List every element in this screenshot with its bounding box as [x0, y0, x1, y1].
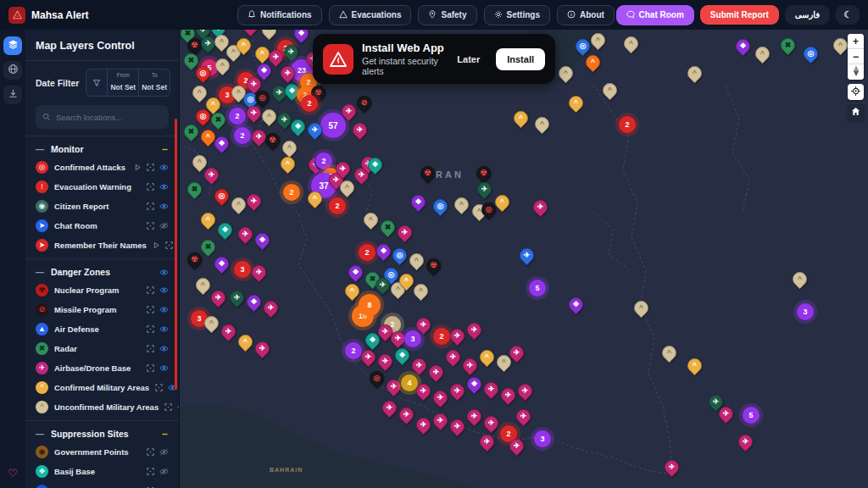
map-cluster-marker[interactable]: 3 — [234, 261, 251, 278]
search-box — [36, 105, 169, 129]
play-icon[interactable] — [134, 164, 142, 171]
attack-icon: ◎ — [197, 67, 209, 80]
date-from[interactable]: From Not Set — [108, 69, 138, 96]
panel-scrollbar[interactable] — [175, 119, 177, 390]
eye-visible-icon[interactable] — [159, 364, 169, 372]
heart-icon[interactable]: ♡ — [8, 467, 18, 480]
focus-icon[interactable] — [147, 345, 154, 352]
focus-icon[interactable] — [147, 448, 154, 456]
eye-visible-icon[interactable] — [159, 325, 169, 333]
layer-item[interactable]: ▲Air Defense — [25, 319, 179, 339]
map-cluster-marker[interactable]: 3 — [404, 330, 421, 347]
eye-visible-icon[interactable] — [177, 403, 180, 411]
military-plane-icon: ✈ — [709, 396, 722, 408]
download-tool-button[interactable] — [3, 86, 22, 104]
eye-hidden-icon[interactable] — [159, 468, 169, 475]
focus-icon[interactable] — [155, 384, 163, 391]
focus-icon[interactable] — [164, 403, 172, 411]
focus-icon[interactable] — [147, 364, 154, 372]
layer-item[interactable]: ✖Radar — [25, 339, 179, 358]
map-cluster-marker[interactable]: 2 — [315, 152, 332, 169]
date-filter-control[interactable]: From Not Set To Not Set — [86, 69, 170, 97]
collapse-icon[interactable] — [161, 146, 169, 153]
layer-label: Air Defense — [54, 324, 141, 334]
theme-toggle-button[interactable]: ☾ — [836, 5, 860, 25]
layer-item[interactable]: ^Unconfirmed Military Areas — [25, 397, 179, 417]
nav-evacuations[interactable]: Evacuations — [329, 5, 412, 25]
layer-item[interactable]: ❖Basij Base — [25, 462, 179, 481]
map-cluster-marker[interactable]: 2 — [234, 127, 251, 144]
layer-item[interactable]: ◎Confirmed Attacks — [25, 158, 179, 177]
map-cluster-marker[interactable]: 3 — [534, 430, 551, 447]
eye-visible-icon[interactable] — [159, 164, 169, 171]
chat-room-button[interactable]: Chat Room — [616, 5, 694, 25]
layer-item[interactable]: ➤Chat Room — [25, 216, 179, 236]
map-cluster-marker[interactable]: 2 — [359, 244, 376, 261]
date-to[interactable]: To Not Set — [139, 69, 170, 96]
eye-visible-icon[interactable] — [159, 183, 169, 191]
zoom-in-button[interactable]: + — [848, 34, 864, 49]
focus-icon[interactable] — [147, 183, 154, 191]
later-button[interactable]: Later — [457, 54, 480, 64]
eye-visible-icon[interactable] — [159, 269, 169, 276]
eye-visible-icon[interactable] — [159, 286, 169, 294]
map-cluster-marker[interactable]: 2 — [301, 95, 318, 112]
layer-item[interactable]: ◉Government Points — [25, 442, 179, 462]
section-header[interactable]: —Monitor — [25, 141, 179, 158]
nav-settings[interactable]: Settings — [484, 5, 550, 25]
eye-hidden-icon[interactable] — [159, 222, 169, 230]
layer-item[interactable]: ^Confirmed Military Areas — [25, 378, 179, 397]
collapse-icon[interactable]: — — [36, 430, 44, 439]
map-cluster-marker[interactable]: 5 — [743, 407, 760, 424]
nav-about[interactable]: About — [557, 5, 615, 25]
focus-icon[interactable] — [165, 241, 173, 249]
map-cluster-marker[interactable]: 2 — [283, 184, 300, 201]
eye-visible-icon[interactable] — [159, 202, 169, 210]
layer-item[interactable]: !Evacuation Warning — [25, 177, 179, 197]
section-header[interactable]: —Danger Zones — [25, 263, 179, 280]
map-cluster-marker[interactable]: 2 — [345, 342, 362, 359]
map-cluster-marker[interactable]: 2 — [433, 328, 450, 345]
nav-safety[interactable]: Safety — [418, 5, 476, 25]
collapse-icon[interactable]: — — [36, 145, 44, 154]
nav-notifications[interactable]: Notifications — [237, 5, 322, 25]
compass-button[interactable] — [848, 64, 864, 80]
map-cluster-marker[interactable]: 3 — [797, 303, 814, 320]
zoom-out-button[interactable]: − — [848, 49, 864, 64]
focus-icon[interactable] — [147, 306, 154, 313]
layer-item[interactable]: ◉Citizen Report — [25, 197, 179, 216]
focus-icon[interactable] — [147, 468, 154, 475]
layer-item[interactable]: ➤Remember Their Names — [25, 236, 179, 255]
layer-item[interactable]: ⊘Missile Program — [25, 300, 179, 319]
submit-report-button[interactable]: Submit Report — [700, 5, 779, 25]
language-toggle-button[interactable]: فارسی — [785, 5, 830, 25]
focus-icon[interactable] — [147, 202, 154, 210]
eye-hidden-icon[interactable] — [178, 241, 180, 249]
eye-visible-icon[interactable] — [159, 306, 169, 313]
map-cluster-marker[interactable]: 2 — [619, 116, 636, 133]
layer-item[interactable]: ◎Intelligence — [25, 481, 179, 488]
collapse-icon[interactable]: — — [36, 268, 44, 277]
map-cluster-marker[interactable]: 2 — [229, 108, 246, 125]
install-button[interactable]: Install — [496, 48, 545, 70]
eye-visible-icon[interactable] — [159, 345, 169, 352]
play-icon[interactable] — [153, 241, 160, 249]
focus-icon[interactable] — [147, 325, 154, 333]
focus-icon[interactable] — [147, 222, 154, 230]
airbase-plane-icon: ✈ — [481, 435, 493, 448]
map-cluster-marker[interactable]: 5 — [529, 280, 546, 297]
eye-hidden-icon[interactable] — [159, 448, 169, 456]
layers-tool-button[interactable] — [3, 36, 22, 55]
globe-tool-button[interactable] — [3, 61, 22, 80]
map-cluster-marker[interactable]: 8 — [359, 294, 381, 316]
focus-icon[interactable] — [147, 164, 154, 171]
collapse-icon[interactable] — [161, 430, 169, 438]
locate-button[interactable] — [848, 84, 864, 100]
layer-item[interactable]: ☢Nuclear Program — [25, 280, 179, 300]
section-header[interactable]: —Suppression Sites — [25, 425, 179, 442]
focus-icon[interactable] — [147, 286, 154, 294]
map-cluster-marker[interactable]: 2 — [329, 197, 346, 214]
home-button[interactable] — [848, 104, 864, 120]
search-input[interactable] — [56, 113, 162, 122]
layer-item[interactable]: ✈Airbase/Drone Base — [25, 358, 179, 378]
